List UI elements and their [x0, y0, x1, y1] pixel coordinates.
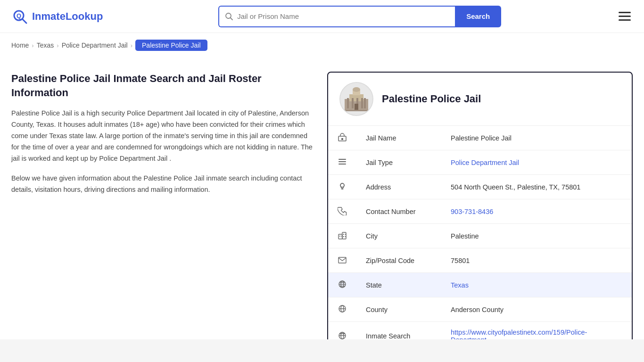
left-content: Palestine Police Jail Inmate Search and … [11, 72, 313, 351]
info-card: Palestine Police Jail Jail NamePalestine… [327, 72, 633, 351]
svg-rect-13 [355, 104, 358, 111]
logo-icon: Q [11, 8, 28, 25]
svg-rect-9 [352, 98, 354, 108]
row-value[interactable]: 903-731-8436 [441, 199, 632, 224]
svg-rect-11 [361, 98, 363, 108]
table-row: Jail NamePalestine Police Jail [328, 126, 632, 150]
search-button[interactable]: Search [455, 6, 501, 27]
breadcrumb-home[interactable]: Home [11, 41, 29, 49]
county-icon [328, 297, 356, 322]
row-value: Anderson County [441, 297, 632, 322]
table-row: CountyAnderson County [328, 297, 632, 322]
table-row: Jail TypePolice Department Jail [328, 150, 632, 175]
row-label: Jail Type [356, 150, 441, 175]
page-description: Palestine Police Jail is a high security… [11, 108, 313, 165]
jail-image [342, 85, 371, 113]
svg-rect-21 [339, 164, 346, 165]
row-label: Jail Name [356, 126, 441, 150]
svg-text:Q: Q [17, 12, 21, 19]
city-icon [328, 224, 356, 248]
row-value: 504 North Queen St., Palestine, TX, 7580… [441, 175, 632, 199]
row-label: Contact Number [356, 199, 441, 224]
row-label: State [356, 273, 441, 297]
search-input[interactable] [237, 12, 449, 20]
breadcrumb-sep: › [57, 42, 58, 49]
breadcrumb-sep: › [32, 42, 33, 49]
svg-rect-26 [341, 236, 342, 237]
svg-line-1 [22, 19, 26, 23]
jail-icon [328, 126, 356, 150]
svg-rect-24 [342, 232, 346, 239]
svg-rect-20 [339, 161, 346, 162]
svg-rect-19 [339, 159, 346, 160]
page-description-2: Below we have given information about th… [11, 173, 313, 196]
svg-rect-31 [339, 257, 346, 263]
svg-line-4 [231, 17, 233, 20]
table-row: StateTexas [328, 273, 632, 297]
svg-rect-14 [344, 110, 369, 111]
footer [0, 339, 644, 362]
row-value: Palestine Police Jail [441, 126, 632, 150]
row-value: Palestine [441, 224, 632, 248]
row-label: Address [356, 175, 441, 199]
card-header: Palestine Police Jail [328, 73, 632, 126]
hamburger-line [619, 16, 631, 17]
globe-icon [328, 273, 356, 297]
row-label: County [356, 297, 441, 322]
svg-rect-25 [339, 236, 340, 237]
hamburger-line [619, 12, 631, 13]
svg-rect-12 [364, 98, 366, 108]
svg-rect-16 [355, 87, 357, 90]
list-icon [328, 150, 356, 175]
search-icon [225, 12, 233, 21]
search-bar: Search [218, 6, 501, 27]
site-logo[interactable]: Q InmateLookup [11, 8, 103, 25]
svg-rect-8 [347, 98, 349, 108]
search-input-wrapper [218, 6, 455, 27]
row-value: 75801 [441, 248, 632, 273]
row-value[interactable]: Texas [441, 273, 632, 297]
main-content: Palestine Police Jail Inmate Search and … [0, 58, 644, 362]
svg-rect-28 [345, 234, 346, 235]
info-table: Jail NamePalestine Police JailJail TypeP… [328, 126, 632, 350]
table-row: Zip/Postal Code75801 [328, 248, 632, 273]
row-value[interactable]: Police Department Jail [441, 150, 632, 175]
svg-rect-27 [343, 234, 344, 235]
breadcrumb-jail-type[interactable]: Police Department Jail [62, 41, 128, 49]
site-header: Q InmateLookup Search [0, 0, 644, 33]
table-row: CityPalestine [328, 224, 632, 248]
breadcrumb-sep: › [131, 42, 132, 49]
row-label: City [356, 224, 441, 248]
table-row: Contact Number903-731-8436 [328, 199, 632, 224]
hamburger-menu[interactable] [617, 10, 633, 23]
phone-icon [328, 199, 356, 224]
breadcrumb: Home › Texas › Police Department Jail › … [0, 33, 644, 58]
svg-rect-30 [345, 236, 346, 237]
pin-icon [328, 175, 356, 199]
mail-icon [328, 248, 356, 273]
page-title: Palestine Police Jail Inmate Search and … [11, 72, 313, 99]
row-label: Zip/Postal Code [356, 248, 441, 273]
svg-rect-29 [343, 236, 344, 237]
breadcrumb-state[interactable]: Texas [37, 41, 54, 49]
svg-rect-18 [341, 138, 343, 140]
breadcrumb-current: Palestine Police Jail [135, 40, 207, 51]
table-row: Address504 North Queen St., Palestine, T… [328, 175, 632, 199]
logo-text: InmateLookup [32, 10, 103, 23]
card-title: Palestine Police Jail [382, 93, 481, 105]
hamburger-line [619, 19, 631, 21]
card-avatar [339, 82, 373, 116]
